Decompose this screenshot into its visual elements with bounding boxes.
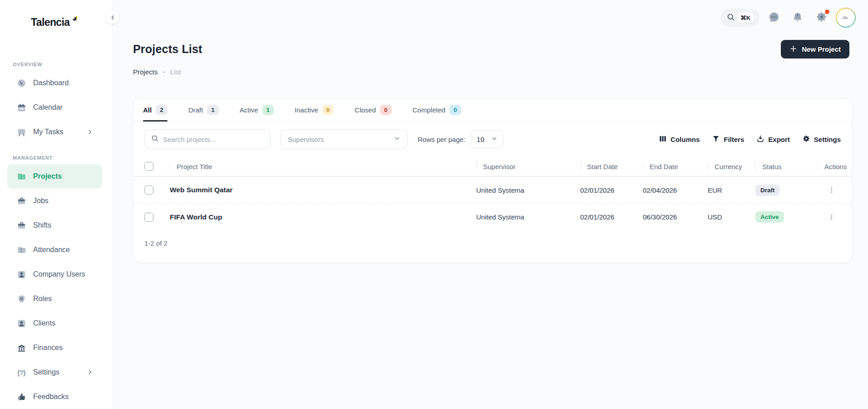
tab-active-count: 1 — [262, 105, 274, 115]
shield-lock-icon — [16, 294, 26, 304]
end-date-cell: 02/04/2026 — [643, 186, 708, 194]
table-toolbar: Supervisors Rows per page: 10 — [133, 122, 852, 157]
tab-draft-count: 1 — [207, 105, 219, 115]
row-checkbox[interactable] — [144, 185, 153, 195]
tab-all-count: 2 — [156, 105, 168, 115]
briefcase-icon — [16, 196, 26, 206]
keyboard-shortcut-badge: ⌘K — [737, 13, 754, 23]
column-divider — [580, 162, 581, 170]
column-divider — [643, 162, 643, 170]
row-checkbox[interactable] — [144, 213, 153, 222]
columns-button[interactable]: Columns — [659, 135, 700, 144]
tab-completed[interactable]: Completed 0 — [413, 99, 461, 121]
breadcrumb-list: List — [170, 68, 181, 76]
status-badge: Draft — [755, 185, 780, 196]
select-all-checkbox[interactable] — [144, 162, 153, 171]
projects-card: All 2 Draft 1 Active 1 Inactive 0 Closed… — [133, 98, 852, 263]
row-actions-menu-button[interactable] — [828, 214, 835, 221]
start-date-cell: 02/01/2026 — [580, 186, 643, 194]
chevron-right-icon — [87, 369, 93, 375]
sidebar-item-calendar[interactable]: Calendar — [7, 95, 102, 120]
app-logo[interactable]: Talencia — [31, 16, 77, 29]
sidebar-item-attendance[interactable]: Attendance — [7, 238, 102, 262]
download-icon — [756, 135, 764, 144]
breadcrumb-projects[interactable]: Projects — [133, 68, 158, 76]
tab-inactive-count: 0 — [322, 105, 334, 115]
gear-icon — [802, 135, 810, 144]
sidebar-item-projects[interactable]: Projects — [7, 164, 102, 189]
table-row[interactable]: Web Summit Qatar United Systema 02/01/20… — [133, 177, 852, 204]
table-header: Project Title Supervisor Start Date End … — [133, 157, 852, 177]
supervisors-select[interactable]: Supervisors — [281, 129, 408, 149]
search-projects-input[interactable] — [163, 136, 264, 143]
currency-cell: EUR — [708, 186, 755, 194]
chat-bubble-icon — [768, 11, 780, 25]
column-divider — [476, 162, 477, 170]
supervisor-cell: United Systema — [476, 213, 580, 221]
notifications-button[interactable] — [789, 9, 807, 27]
sidebar-item-jobs[interactable]: Jobs — [7, 189, 102, 213]
sidebar-item-company-users[interactable]: Company Users — [7, 262, 102, 287]
column-header-currency[interactable]: Currency — [708, 157, 755, 176]
app-logo-text: Talencia — [31, 16, 70, 29]
row-actions-menu-button[interactable] — [828, 186, 835, 194]
columns-icon — [659, 135, 667, 144]
tab-closed[interactable]: Closed 0 — [355, 99, 391, 121]
tab-draft[interactable]: Draft 1 — [188, 99, 219, 121]
briefcase-icon — [16, 220, 26, 230]
export-button[interactable]: Export — [756, 135, 790, 144]
new-project-button[interactable]: New Project — [781, 40, 849, 58]
project-title-link[interactable]: Web Summit Qatar — [170, 186, 476, 194]
sidebar: Talencia OVERVIEW Dashboard Calendar — [0, 0, 113, 409]
column-header-status[interactable]: Status — [755, 157, 818, 176]
chat-button[interactable] — [765, 9, 783, 27]
end-date-cell: 06/30/2026 — [643, 213, 708, 221]
column-divider — [170, 162, 170, 170]
braces-question-icon: {?} — [16, 367, 26, 377]
tab-inactive[interactable]: Inactive 0 — [295, 99, 334, 121]
chevron-right-icon — [87, 129, 93, 135]
thumbs-up-icon — [16, 392, 26, 402]
filters-button[interactable]: Filters — [712, 135, 744, 144]
sidebar-item-settings[interactable]: {?} Settings — [7, 360, 102, 385]
table-settings-button[interactable]: Settings — [802, 135, 841, 144]
sidebar-item-feedbacks[interactable]: Feedbacks — [7, 385, 102, 409]
status-cell: Draft — [755, 185, 780, 196]
funnel-icon — [712, 135, 720, 144]
pagination-summary: 1-2 of 2 — [133, 230, 852, 256]
sidebar-item-clients[interactable]: Clients — [7, 311, 102, 336]
column-header-title[interactable]: Project Title — [170, 157, 476, 176]
projects-search — [144, 129, 271, 149]
column-divider — [708, 162, 708, 170]
column-divider — [755, 162, 756, 170]
search-icon — [151, 134, 159, 144]
section-label-management: MANAGEMENT — [0, 151, 112, 164]
column-header-supervisor[interactable]: Supervisor — [476, 157, 580, 176]
notification-dot — [825, 10, 829, 14]
rows-per-page: Rows per page: 10 — [418, 130, 503, 148]
tab-active[interactable]: Active 1 — [240, 99, 274, 121]
sidebar-item-shifts[interactable]: Shifts — [7, 213, 102, 238]
sidebar-item-finances[interactable]: Finances — [7, 336, 102, 360]
settings-button[interactable] — [812, 9, 830, 27]
project-title-link[interactable]: FIFA World Cup — [170, 213, 476, 221]
user-icon — [16, 269, 26, 279]
chevron-down-icon — [491, 136, 498, 143]
start-date-cell: 02/01/2026 — [580, 213, 643, 221]
table-row[interactable]: FIFA World Cup United Systema 02/01/2026… — [133, 204, 852, 230]
sidebar-item-roles[interactable]: Roles — [7, 287, 102, 311]
column-header-end-date[interactable]: End Date — [643, 157, 708, 176]
gauge-icon — [16, 78, 26, 88]
chevron-down-icon — [394, 135, 400, 143]
column-header-start-date[interactable]: Start Date — [580, 157, 643, 176]
sidebar-item-dashboard[interactable]: Dashboard — [7, 71, 102, 95]
sidebar-collapse-button[interactable] — [105, 10, 120, 24]
global-search-button[interactable]: ⌘K — [720, 9, 760, 27]
tab-all[interactable]: All 2 — [143, 99, 168, 121]
status-badge: Active — [755, 211, 784, 223]
sidebar-item-my-tasks[interactable]: My Tasks — [7, 120, 102, 144]
breadcrumb-separator: • — [163, 69, 165, 75]
avatar[interactable] — [836, 8, 856, 28]
main-content: ⌘K Projects List Projects • Li — [113, 0, 868, 409]
rows-per-page-select[interactable]: 10 — [471, 130, 503, 148]
